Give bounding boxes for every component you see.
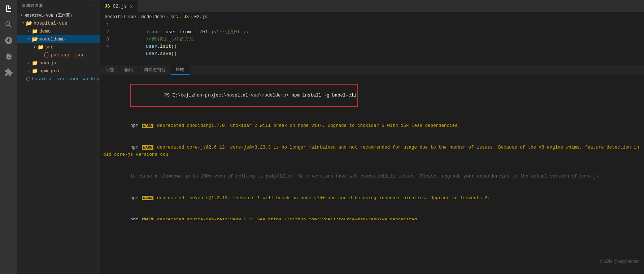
code-line-4: user.save() [118,43,641,50]
sidebar-item-modeldemo[interactable]: ▾ 📂 modeldemo [17,35,100,43]
folder-closed-icon: 📁 [32,28,38,34]
breadcrumb-part-1: hospital-vue [105,14,136,20]
terminal-line-npm-cmd: PS E:\kejizhen-project\hospital-vue\mode… [103,77,641,115]
json-file-icon: {} [43,52,49,58]
code-line-1: import user from './01.js'//引入01.js [118,21,641,29]
warn-label: WARN [142,196,153,200]
main-area: JS 02.js ✕ hospital-vue › modeldemo › sr… [100,0,644,274]
sidebar-header-icons: ··· [88,4,96,8]
line-numbers: 1 2 3 4 [100,21,115,65]
terminal-content[interactable]: PS E:\kejizhen-project\hospital-vue\mode… [100,75,644,220]
sidebar-item-hospital-vue[interactable]: ▾ 📂 hospital-vue [17,19,100,27]
breadcrumb-sep-1: › [137,14,140,20]
tab-close-button[interactable]: ✕ [130,4,132,9]
file-label-packagejson: package.json [51,52,85,58]
workspace-name: HOSPITAL-VUE (工作区) [25,13,72,18]
tab-02js[interactable]: JS 02.js ✕ [100,0,138,12]
code-line-3: user.lsit() [118,36,641,43]
folder-closed-icon: 📁 [38,44,44,50]
sidebar-title: 资源管理器 [22,3,43,8]
file-label-workspace: hospital-vue.code-workspace [32,76,100,82]
folder-label-demo: demo [39,29,51,34]
sidebar: 资源管理器 ··· ▾ HOSPITAL-VUE (工作区) ▾ 📂 hospi… [17,0,100,274]
code-content[interactable]: import user from './01.js'//引入01.js //调用… [115,21,644,65]
sidebar-item-npm-pro[interactable]: › 📁 npm_pro [17,67,100,75]
files-icon[interactable] [3,3,14,14]
terminal-line-warn3: npm WARN deprecated fsevents@1.2.13: fse… [103,187,641,209]
js-lang-icon: JS [105,4,110,9]
folder-closed-icon: 📁 [32,68,38,74]
tab-problems[interactable]: 问题 [100,65,119,75]
sidebar-item-nodejs[interactable]: › 📁 nodejs [17,59,100,67]
folder-open-icon: 📂 [32,36,38,42]
sidebar-item-src[interactable]: › 📁 src [17,43,100,51]
sidebar-header: 资源管理器 ··· [17,0,100,11]
terminal-line-warn2: npm WARN deprecated core-js@2.6.12: core… [103,137,641,166]
folder-label-hospital-vue: hospital-vue [34,21,68,26]
breadcrumb-part-3: src [170,14,178,20]
terminal-line-warn1: npm WARN deprecated chokidar@1.7.0: Chok… [103,115,641,137]
debug-icon[interactable] [3,51,14,62]
panel-tabs: 问题 输出 调试控制台 终端 [100,65,644,75]
breadcrumb-sep-2: › [166,14,169,20]
folder-arrow: › [26,61,32,65]
breadcrumb-part-4: JS [183,14,188,20]
file-tree: ▾ HOSPITAL-VUE (工作区) ▾ 📂 hospital-vue › … [17,11,100,274]
warn-label: WARN [142,218,153,220]
breadcrumb-sep-3: › [179,14,182,20]
editor-area: 1 2 3 4 import user from './01.js'//引入01… [100,21,644,274]
code-editor: 1 2 3 4 import user from './01.js'//引入01… [100,21,644,65]
search-icon[interactable] [3,19,14,30]
sidebar-item-workspace-file[interactable]: ⬡ hospital-vue.code-workspace [17,75,100,83]
sidebar-item-demo[interactable]: › 📁 demo [17,27,100,35]
tab-label: 02.js [113,4,127,9]
warn-label: WARN [142,124,153,128]
workspace-arrow: ▾ [19,13,25,17]
breadcrumb: hospital-vue › modeldemo › src › JS › 02… [100,13,644,21]
warn-label: WARN [142,145,153,150]
folder-open-icon: 📂 [26,20,32,26]
folder-closed-icon: 📁 [32,60,38,66]
npm-cmd-box: PS E:\kejizhen-project\hospital-vue\mode… [130,84,358,107]
workspace-label[interactable]: ▾ HOSPITAL-VUE (工作区) [17,11,100,19]
tab-bar: JS 02.js ✕ [100,0,644,13]
breadcrumb-part-2: modeldemo [142,14,165,20]
git-icon[interactable] [3,35,14,46]
folder-arrow: › [26,29,32,33]
folder-label-src: src [45,44,53,50]
tab-output[interactable]: 输出 [119,65,139,75]
tab-debug-console[interactable]: 调试控制台 [139,65,171,75]
activity-bar [0,0,17,274]
sidebar-item-packagejson[interactable]: {} package.json [17,51,100,59]
folder-arrow: ▾ [20,21,26,25]
extensions-icon[interactable] [3,67,14,78]
breadcrumb-part-5: 02.js [194,14,207,20]
folder-label-nodejs: nodejs [39,60,56,66]
more-icon[interactable]: ··· [88,4,96,8]
breadcrumb-sep-4: › [190,14,193,20]
terminal-line-warn2b: ld cause a slowdown up to 100x even if n… [103,166,641,187]
watermark: CSDN @kejizhentan [600,259,640,264]
folder-label-modeldemo: modeldemo [39,37,65,42]
folder-arrow: ▾ [26,37,32,41]
terminal-line-warn4: npm WARN deprecated source-map-resolve@0… [103,209,641,220]
folder-arrow: › [26,69,32,73]
folder-label-npm-pro: npm_pro [39,68,59,74]
folder-arrow: › [32,45,38,49]
panel-area: 问题 输出 调试控制台 终端 PS E:\kejizhen-project\ho… [100,65,644,220]
workspace-file-icon: ⬡ [26,76,30,82]
tab-terminal[interactable]: 终端 [171,65,190,75]
